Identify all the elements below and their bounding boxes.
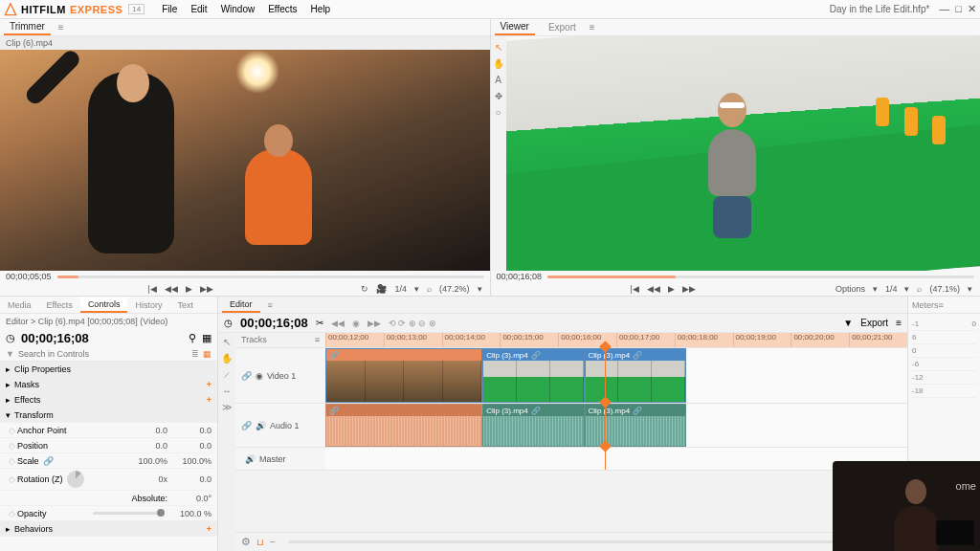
speaker-icon[interactable]: 🔊 bbox=[256, 421, 266, 430]
playhead[interactable] bbox=[605, 348, 606, 403]
close-button[interactable]: ✕ bbox=[968, 3, 976, 15]
video-clip[interactable]: 🔗 bbox=[325, 348, 482, 403]
search-icon[interactable]: ⌕ bbox=[915, 284, 924, 294]
section-clip-properties[interactable]: Clip Properties bbox=[14, 364, 71, 374]
next-frame-button[interactable]: ▶▶ bbox=[198, 284, 215, 294]
viewer-options[interactable]: Options bbox=[834, 284, 867, 294]
zoom-out-button[interactable]: − bbox=[270, 537, 276, 547]
play-button[interactable]: ▶ bbox=[666, 284, 677, 294]
add-behavior-button[interactable]: + bbox=[207, 524, 212, 534]
move-tool-icon[interactable]: ✥ bbox=[495, 91, 502, 101]
skip-fwd-button[interactable]: ▶▶ bbox=[368, 319, 381, 328]
section-masks[interactable]: Masks bbox=[14, 380, 39, 389]
mask-tool-icon[interactable]: ○ bbox=[495, 107, 501, 118]
gear-icon[interactable]: ⚙ bbox=[241, 536, 251, 548]
play-button[interactable]: ▶ bbox=[184, 284, 194, 294]
tab-text[interactable]: Text bbox=[169, 298, 201, 312]
add-mask-button[interactable]: + bbox=[207, 380, 212, 389]
viewer-viewport[interactable] bbox=[506, 36, 981, 271]
menu-icon[interactable]: ≡ bbox=[896, 318, 902, 328]
play-button[interactable]: ◉ bbox=[352, 319, 360, 328]
loop-icon[interactable]: ↻ bbox=[359, 284, 370, 294]
video-track[interactable]: 🔗 Clip (3).mp4 🔗 Clip (3).mp4 🔗 bbox=[325, 348, 907, 403]
opacity-slider[interactable] bbox=[93, 512, 163, 515]
editor-timecode[interactable]: 00;00;16;08 bbox=[240, 316, 308, 330]
link-icon[interactable]: 🔗 bbox=[241, 421, 252, 430]
maximize-button[interactable]: □ bbox=[955, 3, 962, 15]
section-transform[interactable]: Transform bbox=[14, 410, 54, 420]
tab-trimmer[interactable]: Trimmer bbox=[4, 19, 51, 35]
scissors-icon[interactable]: ✂ bbox=[316, 318, 323, 328]
funnel-icon[interactable]: ▼ bbox=[843, 318, 853, 328]
panel-menu-icon[interactable]: ≡ bbox=[260, 298, 280, 312]
export-button[interactable]: Export bbox=[860, 318, 888, 328]
viewer-scrubber[interactable] bbox=[547, 276, 974, 278]
grid-icon[interactable]: ▦ bbox=[202, 332, 212, 344]
menu-effects[interactable]: Effects bbox=[262, 2, 302, 16]
controls-search-input[interactable] bbox=[18, 349, 188, 359]
trimmer-scrubber[interactable] bbox=[57, 276, 484, 278]
tab-meters[interactable]: Meters bbox=[912, 300, 939, 310]
magnet-icon[interactable]: ⊔ bbox=[256, 537, 264, 547]
prev-frame-button[interactable]: ◀◀ bbox=[163, 284, 180, 294]
minimize-button[interactable]: — bbox=[939, 3, 949, 15]
audio-clip[interactable]: Clip (3).mp4 🔗 bbox=[585, 404, 686, 447]
cursor-tool-icon[interactable]: ↖ bbox=[223, 337, 231, 347]
viewer-scale[interactable]: 1/4 bbox=[883, 284, 900, 294]
next-frame-button[interactable]: ▶▶ bbox=[680, 284, 698, 294]
link-icon[interactable]: 🔗 bbox=[43, 456, 54, 466]
hand-tool-icon[interactable]: ✋ bbox=[493, 58, 504, 69]
audio-track[interactable]: 🔗 Clip (3).mp4 🔗 Clip (3).mp4 🔗 bbox=[325, 404, 907, 447]
tab-history[interactable]: History bbox=[127, 298, 169, 312]
rotation-dial[interactable] bbox=[67, 471, 84, 488]
video-clip[interactable]: Clip (3).mp4 🔗 bbox=[585, 348, 686, 403]
panel-menu-icon[interactable]: ≡ bbox=[58, 22, 64, 33]
prev-frame-button[interactable]: ◀◀ bbox=[645, 284, 662, 294]
first-frame-button[interactable]: |◀ bbox=[629, 284, 641, 294]
menu-window[interactable]: Window bbox=[215, 2, 261, 16]
razor-tool-icon[interactable]: ⟋ bbox=[222, 369, 232, 380]
menu-help[interactable]: Help bbox=[305, 2, 337, 16]
hand-tool-icon[interactable]: ✋ bbox=[221, 353, 233, 364]
tracks-menu-icon[interactable]: ≡ bbox=[315, 335, 320, 345]
tab-editor[interactable]: Editor bbox=[222, 298, 260, 313]
timeline-zoom-slider[interactable] bbox=[289, 540, 859, 543]
tab-media[interactable]: Media bbox=[0, 298, 39, 312]
video-clip[interactable]: Clip (3).mp4 🔗 bbox=[482, 348, 584, 403]
section-effects[interactable]: Effects bbox=[14, 395, 40, 405]
timeline-ruler[interactable]: 00;00;12;00 00;00;13;00 00;00;14;00 00;0… bbox=[325, 333, 907, 347]
link-icon[interactable]: 🔗 bbox=[241, 371, 252, 381]
grid-icon[interactable]: ▦ bbox=[203, 349, 212, 359]
audio-clip[interactable]: 🔗 bbox=[325, 404, 482, 447]
tab-effects[interactable]: Effects bbox=[39, 298, 80, 312]
eye-icon[interactable]: ◉ bbox=[256, 371, 263, 381]
tab-export[interactable]: Export bbox=[543, 20, 582, 34]
tab-viewer[interactable]: Viewer bbox=[495, 19, 535, 35]
text-tool-icon[interactable]: A bbox=[495, 75, 501, 85]
camera-icon[interactable]: 🎥 bbox=[374, 284, 389, 294]
master-track[interactable] bbox=[325, 448, 907, 470]
tab-controls[interactable]: Controls bbox=[80, 298, 128, 313]
section-behaviors[interactable]: Behaviors bbox=[14, 524, 53, 534]
trimmer-scale[interactable]: 1/4 bbox=[392, 284, 409, 294]
menu-edit[interactable]: Edit bbox=[185, 2, 212, 16]
person-icon[interactable]: ⚲ bbox=[189, 332, 196, 344]
keyframe-icon[interactable]: ◇ bbox=[6, 426, 17, 435]
audio-clip[interactable]: Clip (3).mp4 🔗 bbox=[482, 404, 584, 447]
add-effect-button[interactable]: + bbox=[207, 395, 212, 405]
cursor-tool-icon[interactable]: ↖ bbox=[495, 42, 502, 53]
menu-file[interactable]: File bbox=[156, 2, 183, 16]
speaker-icon[interactable]: 🔊 bbox=[245, 454, 256, 464]
panel-menu-icon[interactable]: ≡ bbox=[590, 22, 595, 33]
list-icon[interactable]: ≣ bbox=[191, 349, 199, 359]
funnel-icon[interactable]: ▼ bbox=[6, 349, 14, 359]
controls-timecode[interactable]: 00;00;16;08 bbox=[21, 331, 89, 345]
first-frame-button[interactable]: |◀ bbox=[146, 284, 159, 294]
trimmer-viewport[interactable] bbox=[0, 50, 490, 271]
skip-back-button[interactable]: ◀◀ bbox=[331, 319, 345, 328]
playhead[interactable] bbox=[605, 448, 606, 470]
rate-tool-icon[interactable]: ≫ bbox=[222, 402, 232, 412]
panel-menu-icon[interactable]: ≡ bbox=[939, 300, 944, 310]
search-icon[interactable]: ⌕ bbox=[425, 284, 434, 294]
slip-tool-icon[interactable]: ↔ bbox=[222, 386, 232, 396]
